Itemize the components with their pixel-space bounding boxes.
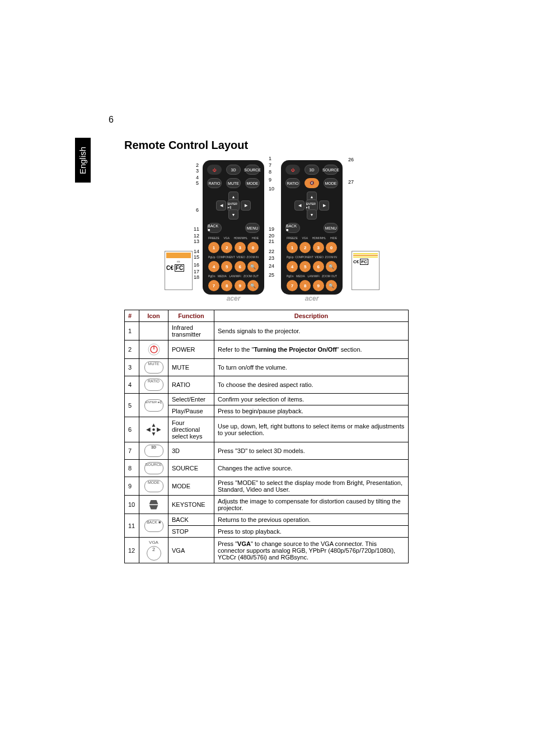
header-num: #	[125, 310, 139, 322]
mode-button: MODE	[245, 178, 260, 188]
dpad-down-icon: ▼	[228, 209, 238, 220]
num-labels-1: FREEZE VGA HDMI/MHL HIDE	[208, 236, 259, 240]
callout-15: 15	[194, 254, 199, 260]
table-row: 5 ENTER ▸/‖ Select/Enter Confirm your se…	[125, 394, 409, 405]
table-row: 3 MUTE MUTE To turn on/off the volume.	[125, 359, 409, 376]
callout-22: 22	[269, 249, 274, 254]
callout-17: 17	[194, 269, 199, 274]
callout-4: 4	[196, 175, 199, 180]
page-number: 6	[109, 115, 114, 125]
brand-left: acer	[207, 295, 260, 302]
dpad-left-icon: ◀	[216, 200, 226, 211]
num-row-2: 4 5 6 🔍	[287, 261, 337, 272]
dpad-icon: ▲◀●▶▼	[139, 417, 168, 442]
menu-button: MENU	[324, 223, 338, 233]
table-header-row: # Icon Function Description	[125, 310, 409, 322]
callout-12: 12	[194, 233, 199, 239]
mute-icon: MUTE	[139, 359, 168, 376]
callout-26: 26	[348, 157, 354, 162]
callout-14: 14	[194, 249, 199, 254]
callout-7: 7	[269, 162, 271, 168]
table-row: 10 KEYSTONE Adjusts the image to compens…	[125, 496, 409, 514]
source-icon: SOURCE	[139, 460, 168, 477]
num-row-1: 1 2 3 0	[287, 242, 337, 253]
num-labels-2: PgUp COMPONENT VIDEO ZOOM IN	[208, 255, 259, 259]
power-button-icon: ⏻	[285, 165, 300, 175]
header-icon: Icon	[139, 310, 168, 322]
num-row-2: 4 5 6 🔍	[208, 261, 259, 272]
callout-24: 24	[269, 263, 274, 269]
table-row: 11 BACK ■ BACK Returns to the previous o…	[125, 514, 409, 526]
back-button: BACK ■	[285, 223, 300, 233]
num-labels-3: PgDn MEDIA LAN/WiFi ZOOM OUT	[287, 274, 337, 278]
dpad-down-icon: ▼	[307, 209, 317, 220]
3d-button: 3D	[305, 165, 319, 175]
menu-button: MENU	[245, 223, 260, 233]
callout-25: 25	[269, 272, 274, 278]
dpad-right-icon: ▶	[319, 200, 329, 211]
callout-20: 20	[269, 233, 274, 239]
back-icon: BACK ■	[139, 514, 168, 538]
function-table: # Icon Function Description 1 Infrared t…	[124, 310, 409, 563]
dpad: ▲ ◀ ENTER ▸/‖ ▶ ▼	[292, 192, 331, 220]
remote-diagram: 2 3 4 5 6 11 12 13 14 15 16 17 18 1 7 8 …	[124, 156, 410, 301]
mute-button: MUTE	[226, 178, 241, 188]
table-row: 4 RATIO RATIO To choose the desired aspe…	[125, 376, 409, 394]
power-icon	[139, 340, 168, 359]
callout-9: 9	[269, 177, 271, 183]
callout-13: 13	[194, 239, 199, 244]
num-row-3: 7 8 9 🔍	[208, 280, 259, 291]
dpad-right-icon: ▶	[241, 200, 251, 211]
mode-icon: MODE	[139, 477, 168, 496]
brand-right: acer	[285, 295, 338, 302]
enter-icon: ENTER ▸/‖	[139, 394, 168, 417]
callout-16: 16	[194, 262, 199, 268]
remote-right: ⏻ 3D SOURCE RATIO 🔇 MODE ▲ ◀ ENTER ▸/‖ ▶…	[281, 160, 343, 295]
num-labels-1: FREEZE VGA HDMI/MHL HIDE	[287, 236, 337, 240]
compliance-badge-left: ▭ C€ FC	[165, 251, 193, 290]
dpad: ▲ ◀ ENTER ▸/‖ ▶ ▼	[214, 192, 253, 220]
callout-18: 18	[194, 274, 199, 280]
compliance-badge-right: C€ FC	[352, 251, 380, 290]
page-title: Remote Control Layout	[124, 139, 248, 152]
callout-23: 23	[269, 255, 274, 261]
3d-button: 3D	[226, 165, 241, 175]
callout-10: 10	[269, 186, 274, 192]
table-row: 1 Infrared transmitter Sends signals to …	[125, 322, 409, 340]
back-button: BACK ■	[207, 223, 222, 233]
language-tab: English	[75, 138, 91, 183]
power-button-icon: ⏻	[207, 165, 222, 175]
callout-5: 5	[196, 180, 199, 186]
source-button: SOURCE	[324, 165, 338, 175]
ratio-button: RATIO	[207, 178, 222, 188]
callout-1: 1	[269, 156, 271, 161]
table-row: 9 MODE MODE Press "MODE" to select the d…	[125, 477, 409, 496]
mode-button: MODE	[324, 178, 338, 188]
ratio-button: RATIO	[285, 178, 300, 188]
num-labels-2: PgUp COMPONENT VIDEO ZOOM IN	[287, 255, 337, 259]
header-func: Function	[168, 310, 214, 322]
num-labels-3: PgDn MEDIA LAN/WiFi ZOOM OUT	[208, 274, 259, 278]
table-row: 12 VGA 2 VGA Press "VGA" to change sourc…	[125, 538, 409, 563]
remote-left: ⏻ 3D SOURCE RATIO MUTE MODE ▲ ◀ ENTER ▸/…	[203, 160, 264, 295]
callout-19: 19	[269, 226, 274, 232]
keystone-icon	[139, 496, 168, 514]
icon-blank	[139, 322, 168, 340]
mute-button-orange: 🔇	[305, 178, 319, 188]
page: English 6 Remote Control Layout 2 3 4 5 …	[0, 0, 534, 756]
num-row-3: 7 8 9 🔍	[287, 280, 337, 291]
ratio-icon: RATIO	[139, 376, 168, 394]
3d-icon: 3D	[139, 442, 168, 460]
vga-icon: VGA 2	[139, 538, 168, 563]
table-row: 8 SOURCE SOURCE Changes the active sourc…	[125, 460, 409, 477]
callout-3: 3	[196, 168, 199, 174]
header-desc: Description	[214, 310, 409, 322]
num-row-1: 1 2 3 0	[208, 242, 259, 253]
table-row: 7 3D 3D Press "3D" to select 3D models.	[125, 442, 409, 460]
callout-27: 27	[348, 179, 354, 185]
callout-6: 6	[196, 207, 199, 213]
table-row: 2 POWER Refer to the "Turning the Projec…	[125, 340, 409, 359]
language-label: English	[78, 146, 88, 174]
callout-8: 8	[269, 169, 271, 175]
table-row: 6 ▲◀●▶▼ Four directional select keys Use…	[125, 417, 409, 442]
